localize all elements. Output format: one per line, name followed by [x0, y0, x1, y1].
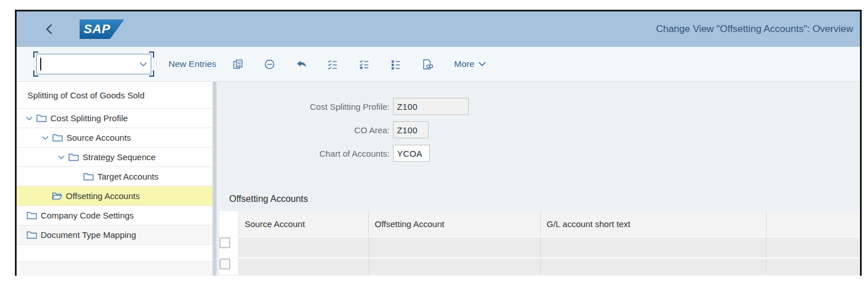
table-row — [219, 257, 859, 275]
gl-short-text-cell[interactable] — [540, 237, 766, 257]
tree-item-label: Source Accounts — [66, 133, 131, 142]
toolbar: New Entries — [17, 47, 860, 82]
offsetting-account-cell[interactable] — [368, 237, 540, 257]
co-area-field[interactable] — [393, 121, 429, 138]
chevron-down-icon[interactable] — [139, 60, 147, 69]
page: SAP Change View "Offsetting Accounts": O… — [0, 0, 868, 286]
sap-logo: SAP — [80, 19, 124, 39]
copy-icon[interactable] — [229, 54, 248, 74]
new-entries-button[interactable]: New Entries — [168, 59, 217, 69]
main-content: Cost Splitting Profile: CO Area: Chart o… — [217, 82, 860, 276]
form-row: Cost Splitting Profile: — [217, 98, 860, 115]
row-selector-cell — [219, 259, 239, 275]
tree-item-label: Company Code Settings — [41, 210, 134, 220]
find-icon[interactable] — [418, 54, 437, 74]
folder-icon — [36, 114, 47, 122]
panel-divider — [213, 82, 217, 276]
offsetting-accounts-table: Source Account Offsetting Account G/L ac… — [219, 211, 859, 275]
tree-item-strategy-sequence[interactable]: Strategy Sequence — [17, 148, 213, 167]
more-button[interactable]: More — [454, 59, 486, 69]
tree-item-target-accounts[interactable]: Target Accounts — [17, 167, 213, 186]
source-account-cell[interactable] — [239, 259, 368, 275]
tree-item-source-accounts[interactable]: Source Accounts — [17, 128, 213, 148]
back-button[interactable] — [43, 22, 54, 36]
more-label: More — [454, 59, 474, 69]
delete-icon[interactable] — [260, 54, 280, 74]
row-checkbox[interactable] — [219, 259, 230, 269]
header-form: Cost Splitting Profile: CO Area: Chart o… — [217, 82, 860, 162]
folder-icon — [68, 153, 79, 161]
gl-short-text-cell[interactable] — [540, 259, 766, 275]
column-header-offsetting-account[interactable]: Offsetting Account — [368, 211, 540, 236]
chart-of-accounts-label: Chart of Accounts: — [217, 149, 390, 158]
table-header-row: Source Account Offsetting Account G/L ac… — [219, 211, 859, 236]
tree-item-label: Strategy Sequence — [83, 152, 156, 162]
folder-open-icon — [52, 192, 62, 200]
cost-splitting-profile-label: Cost Splitting Profile: — [217, 102, 390, 112]
empty-cell — [766, 237, 859, 257]
selector-header-cell — [219, 211, 239, 236]
tree-item-label: Offsetting Accounts — [66, 191, 140, 201]
tree-item-company-code-settings[interactable]: Company Code Settings — [17, 206, 213, 225]
column-header-gl-short-text[interactable]: G/L account short text — [540, 211, 766, 236]
folder-icon — [52, 133, 63, 142]
tree-empty-row — [17, 262, 213, 276]
row-selector-cell — [219, 237, 239, 257]
titlebar: SAP Change View "Offsetting Accounts": O… — [17, 11, 860, 47]
focus-corner — [33, 51, 38, 58]
command-input[interactable] — [36, 54, 151, 74]
folder-icon — [26, 211, 37, 220]
table-row — [219, 236, 859, 257]
tree-item-label: Cost Splitting Profile — [50, 113, 128, 123]
tree-item-cost-splitting-profile[interactable]: Cost Splitting Profile — [17, 109, 213, 128]
sap-window: SAP Change View "Offsetting Accounts": O… — [15, 10, 862, 276]
column-header-empty — [766, 211, 859, 236]
chevron-down-icon[interactable] — [58, 155, 66, 160]
chevron-left-icon — [45, 23, 53, 35]
tree-item-offsetting-accounts[interactable]: Offsetting Accounts — [17, 186, 213, 206]
focus-corner — [149, 51, 154, 58]
tree-item-label: Document Type Mapping — [41, 230, 136, 240]
folder-icon — [83, 172, 94, 181]
form-row: Chart of Accounts: — [217, 145, 860, 162]
focus-corner — [149, 70, 154, 77]
tree-empty-row — [17, 245, 213, 262]
chevron-down-icon[interactable] — [42, 136, 50, 140]
folder-icon — [26, 231, 37, 239]
navigation-tree: Splitting of Cost of Goods Sold Cost Spl… — [17, 82, 213, 276]
tree-item-document-type-mapping[interactable]: Document Type Mapping — [17, 225, 213, 245]
chevron-down-icon[interactable] — [26, 116, 34, 121]
row-checkbox[interactable] — [219, 237, 230, 248]
command-field — [36, 54, 151, 74]
page-title: Change View "Offsetting Accounts": Overv… — [656, 23, 860, 35]
chevron-down-icon — [478, 62, 486, 66]
tree-item-label: Target Accounts — [97, 172, 159, 181]
source-account-cell[interactable] — [239, 237, 368, 257]
section-title: Offsetting Accounts — [229, 194, 860, 204]
tree-item-label: Splitting of Cost of Goods Sold — [28, 90, 144, 100]
cost-splitting-profile-field[interactable] — [393, 98, 469, 115]
select-all-icon[interactable] — [323, 54, 343, 74]
sap-logo-text: SAP — [80, 22, 111, 37]
text-cursor — [40, 58, 41, 70]
tree-item-splitting-of-cogs[interactable]: Splitting of Cost of Goods Sold — [17, 82, 213, 109]
body: Splitting of Cost of Goods Sold Cost Spl… — [17, 82, 860, 276]
chart-of-accounts-field[interactable] — [393, 145, 430, 162]
form-row: CO Area: — [217, 121, 860, 138]
select-block-icon[interactable] — [355, 54, 374, 74]
column-header-source-account[interactable]: Source Account — [239, 211, 368, 236]
offsetting-account-cell[interactable] — [368, 259, 540, 275]
focus-corner — [33, 70, 38, 77]
undo-icon[interactable] — [292, 54, 311, 74]
co-area-label: CO Area: — [217, 125, 390, 135]
deselect-all-icon[interactable] — [386, 54, 406, 74]
empty-cell — [766, 259, 859, 275]
